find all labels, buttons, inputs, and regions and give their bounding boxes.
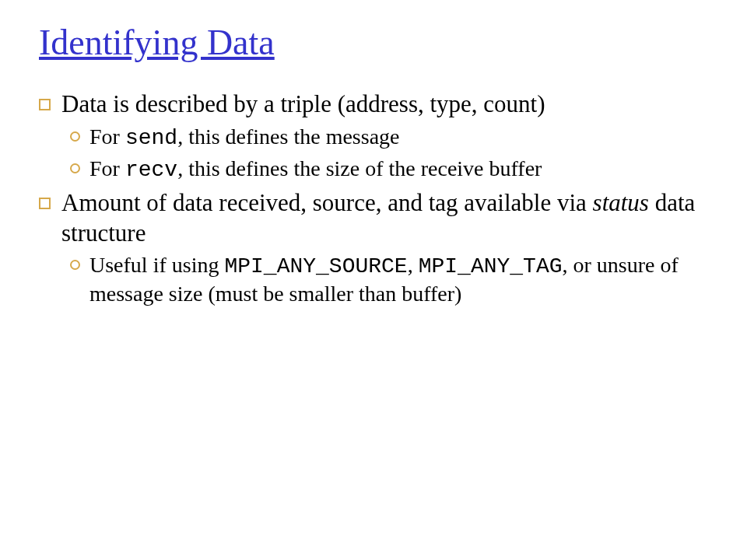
circle-bullet-icon [70, 163, 80, 173]
text-fragment: For [89, 124, 125, 149]
code-fragment: MPI_ANY_SOURCE [224, 254, 407, 278]
text-fragment: , [408, 253, 419, 277]
slide-title: Identifying Data [39, 22, 708, 63]
bullet-level1: Data is described by a triple (address, … [39, 89, 708, 120]
code-fragment: send [125, 126, 177, 150]
bullet-level2: For send, this defines the message [70, 123, 708, 152]
code-fragment: MPI_ANY_TAG [419, 254, 563, 278]
bullet-text: Amount of data received, source, and tag… [61, 188, 708, 249]
square-bullet-icon [39, 198, 51, 209]
circle-bullet-icon [70, 131, 80, 142]
slide: Identifying Data Data is described by a … [0, 0, 747, 307]
bullet-level2: Useful if using MPI_ANY_SOURCE, MPI_ANY_… [70, 251, 708, 307]
square-bullet-icon [39, 99, 51, 110]
bullet-text: For send, this defines the message [89, 123, 708, 152]
bullet-level2: For recv, this defines the size of the r… [70, 155, 708, 184]
italic-fragment: status [593, 189, 649, 216]
text-fragment: , this defines the size of the receive b… [177, 156, 542, 180]
text-fragment: Useful if using [89, 253, 224, 277]
bullet-text: For recv, this defines the size of the r… [89, 155, 708, 184]
bullet-text: Useful if using MPI_ANY_SOURCE, MPI_ANY_… [89, 251, 708, 307]
circle-bullet-icon [70, 260, 80, 270]
text-fragment: Amount of data received, source, and tag… [61, 189, 593, 216]
text-fragment: For [89, 156, 125, 180]
bullet-level1: Amount of data received, source, and tag… [39, 188, 708, 249]
bullet-text: Data is described by a triple (address, … [61, 89, 708, 120]
text-fragment: , this defines the message [177, 124, 399, 149]
code-fragment: recv [125, 158, 177, 182]
